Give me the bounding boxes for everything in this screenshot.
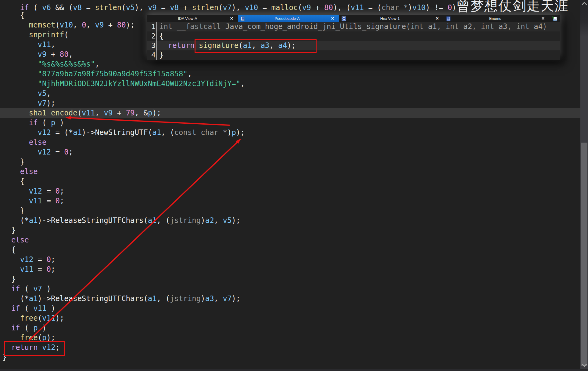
code-line[interactable]: } [0, 225, 580, 235]
code-token: a1 [428, 22, 437, 31]
code-token: v12 [42, 343, 55, 352]
code-token: return [11, 343, 38, 352]
code-token: a1 [152, 128, 161, 137]
code-token: v9 [38, 50, 47, 59]
scroll-up-button[interactable] [580, 0, 588, 8]
close-tab-icon[interactable]: ✕ [230, 16, 233, 21]
code-line[interactable]: v11 = 0; [0, 264, 580, 274]
code-line[interactable]: if ( v6 && (v8 = strlen(v5), v9 = v8 + s… [0, 1, 580, 10]
tab-bar: IDA View-A✕Pseudocode-A✕Hex View-1✕Enums… [147, 15, 560, 22]
code-line[interactable]: if ( v7 ) [0, 284, 580, 294]
doc-lines-icon [241, 16, 245, 21]
code-token: a2 [205, 216, 214, 225]
code-token: ; [51, 255, 55, 264]
code-token: ( [29, 3, 42, 12]
code-line[interactable]: v12 = (*a1)->NewStringUTF(a1, (const cha… [0, 128, 580, 137]
code-token: "877a9ba7a98f75b90a9d49f53f15a858" [38, 70, 188, 78]
code-line[interactable]: } [0, 206, 580, 216]
code-line[interactable]: } [0, 157, 580, 167]
code-line[interactable]: v12 = 0; [0, 186, 580, 196]
code-token: ) [543, 22, 547, 31]
code-token: ( [64, 31, 68, 39]
code-line[interactable]: "877a9ba7a98f75b90a9d49f53f15a858", [0, 69, 580, 79]
code-token: + [47, 50, 60, 59]
code-token: int [481, 22, 499, 31]
code-line[interactable]: v11 = 0; [0, 196, 580, 206]
code-line[interactable]: v7); [0, 98, 580, 108]
popup-code-line[interactable]: 1int __fastcall Java_com_hoge_android_jn… [147, 22, 560, 31]
line-number: 4 [147, 50, 157, 60]
code-token: malloc [271, 3, 298, 12]
code-line[interactable]: } [0, 352, 580, 362]
code-line[interactable]: free(v11); [0, 313, 580, 323]
code-token: snprintf [29, 31, 64, 39]
code-token: ); [47, 333, 56, 342]
code-token: ), [232, 3, 245, 12]
code-line[interactable]: v12 = 0; [0, 147, 580, 157]
tab-pseudocode-a[interactable]: Pseudocode-A✕ [238, 15, 339, 22]
close-tab-icon[interactable]: ✕ [331, 16, 334, 21]
code-token: { [20, 177, 24, 186]
code-token: ) [55, 118, 64, 127]
tab-enums[interactable]: Enums✕ [444, 15, 560, 22]
popup-code-line[interactable]: 3 return signature(a1, a3, a4); [147, 41, 560, 50]
close-tab-icon[interactable]: ✕ [541, 16, 545, 21]
code-token: ( [218, 3, 223, 12]
code-line[interactable]: (*a1)->ReleaseStringUTFChars(a1, (jstrin… [0, 294, 580, 304]
code-line[interactable]: else [0, 167, 580, 176]
code-token: v12 [20, 255, 33, 264]
new-view-icon[interactable] [552, 16, 557, 21]
code-line[interactable]: else [0, 137, 580, 147]
code-token: a1 [148, 294, 157, 303]
code-line[interactable]: } [0, 274, 580, 284]
close-tab-icon[interactable]: ✕ [436, 16, 439, 21]
code-line[interactable]: "%s&%s&%s&%s", [0, 59, 580, 69]
code-line[interactable]: free(p); [0, 333, 580, 343]
popup-code-text: } [157, 50, 163, 60]
code-line[interactable]: if ( p ) [0, 323, 580, 333]
code-line[interactable]: v5, [0, 89, 580, 98]
code-line[interactable]: return v12; [0, 343, 580, 352]
code-line-current[interactable]: sha1_encode(v11, v9 + 79, &p); [0, 108, 580, 118]
code-token: a4 [278, 41, 287, 50]
code-token: } [20, 158, 24, 166]
code-token: = [33, 265, 46, 274]
code-token: = [42, 187, 55, 195]
code-token: , & [135, 109, 148, 117]
code-token: a1 [29, 294, 38, 303]
scroll-down-button[interactable] [580, 361, 588, 369]
code-token: } [2, 353, 7, 362]
code-token: { [20, 11, 24, 20]
tab-ida-view-a[interactable]: IDA View-A✕ [147, 15, 238, 22]
scrollbar-thumb[interactable] [581, 143, 587, 366]
popup-code-line[interactable]: 2{ [147, 31, 560, 41]
code-token: else [29, 138, 47, 147]
code-token: v11 [33, 304, 46, 313]
code-token: v8 [170, 3, 179, 12]
code-token: ( [406, 22, 410, 31]
code-token: && ( [51, 3, 73, 12]
tab-hex-view-1[interactable]: Hex View-1✕ [339, 15, 444, 22]
popup-code-line[interactable]: 4} [147, 50, 560, 60]
line-number: 2 [147, 31, 157, 41]
code-token: v11 [20, 265, 33, 274]
code-token: v9 [302, 3, 311, 12]
code-token: + [113, 109, 126, 117]
code-line[interactable]: (*a1)->ReleaseStringUTFChars(a1, (jstrin… [0, 216, 580, 225]
code-line[interactable]: if ( p ) [0, 118, 580, 128]
code-line[interactable]: { [0, 245, 580, 255]
code-line[interactable]: "NjhhMDRiODE3N2JkYzllNWUxNmE4OWU2Nzc3YTd… [0, 79, 580, 89]
code-token: a3 [499, 22, 507, 31]
code-token: if [29, 118, 38, 127]
code-token: ) [408, 3, 412, 12]
scrollbar[interactable] [580, 0, 588, 369]
code-line[interactable]: else [0, 235, 580, 245]
code-token: , [51, 40, 55, 49]
code-token: 80 [60, 50, 69, 59]
code-line[interactable]: { [0, 176, 580, 186]
code-line[interactable]: if ( v11 ) [0, 304, 580, 313]
code-line[interactable]: v12 = 0; [0, 255, 580, 264]
code-token: v5 [38, 89, 47, 98]
code-token: v10 [60, 21, 73, 29]
code-token [38, 343, 42, 352]
